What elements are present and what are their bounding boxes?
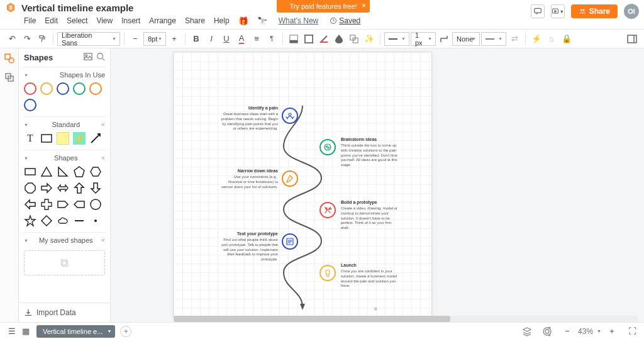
text-color-button[interactable]: A (235, 32, 248, 46)
timeline-text[interactable]: Brainstorm ideasThink outside the box to… (341, 136, 399, 168)
minus-shape[interactable] (73, 214, 86, 227)
close-icon[interactable]: × (362, 1, 366, 10)
fill-color-button[interactable] (287, 32, 301, 46)
menu-help[interactable]: Help (214, 16, 230, 25)
timeline-node[interactable] (319, 202, 336, 218)
triangle-shape[interactable] (40, 165, 53, 178)
canvas[interactable]: Identify a painGreat business ideas star… (111, 48, 644, 322)
shape-style-button[interactable] (347, 32, 361, 46)
targets-icon[interactable] (540, 325, 554, 338)
layers-rail-icon[interactable] (3, 71, 16, 84)
import-data-button[interactable]: Import Data (19, 303, 110, 322)
page[interactable]: Identify a painGreat business ideas star… (174, 52, 431, 316)
line-color-button[interactable] (317, 32, 331, 46)
document-title[interactable]: Vertical timeline example (21, 3, 133, 13)
section-shapes-in-use[interactable]: Shapes In Use (19, 67, 110, 81)
timeline-text[interactable]: Identify a painGreat business ideas star… (220, 105, 278, 131)
menu-arrange[interactable]: Arrange (149, 16, 176, 25)
menu-edit[interactable]: Edit (45, 16, 58, 25)
timeline-node[interactable] (282, 233, 298, 250)
layers-icon[interactable] (520, 325, 534, 338)
arrow-double-shape[interactable] (57, 182, 69, 194)
arrow-down-shape[interactable] (89, 182, 102, 194)
border-color-button[interactable] (302, 32, 316, 46)
font-size-select[interactable]: 8pt (143, 32, 166, 46)
undo-button[interactable]: ↶ (5, 32, 19, 46)
text-format-button[interactable]: ¶ (265, 32, 279, 46)
hexagon-shape[interactable] (89, 165, 102, 178)
action-icon[interactable]: ⚡ (530, 32, 543, 46)
section-shapes[interactable]: Shapes× (19, 150, 110, 164)
timeline-node[interactable] (282, 108, 298, 124)
list-view-icon[interactable]: ☰ (5, 325, 19, 338)
timeline-text[interactable]: Narrow down ideasUse your constraints (e… (220, 168, 278, 189)
callout-left-shape[interactable] (73, 198, 86, 211)
shapes-rail-icon[interactable] (3, 52, 16, 65)
font-size-increase[interactable]: + (167, 32, 181, 46)
swap-ends-button[interactable]: ⇄ (508, 32, 521, 46)
dynamic-shape[interactable]: ⚡ (73, 132, 86, 145)
present-icon[interactable]: ▼ (551, 4, 565, 18)
redo-button[interactable]: ↷ (20, 32, 34, 46)
callout-right-shape[interactable] (57, 198, 69, 211)
timeline-node[interactable] (319, 265, 336, 281)
star-shape[interactable] (24, 214, 36, 227)
grid-view-icon[interactable]: ▦ (19, 325, 33, 338)
close-icon[interactable]: × (101, 236, 105, 244)
circle-swatch[interactable] (40, 82, 53, 95)
circle-shape[interactable] (89, 198, 102, 211)
add-page-button[interactable]: + (120, 326, 131, 337)
diamond-shape[interactable] (40, 214, 53, 227)
timeline-node[interactable] (282, 170, 298, 187)
font-select[interactable]: Liberation Sans (57, 32, 120, 46)
menu-insert[interactable]: Insert (121, 16, 140, 25)
circle-swatch[interactable] (24, 99, 36, 111)
panel-toggle-button[interactable] (625, 32, 639, 46)
pentagon-shape[interactable] (73, 165, 86, 178)
menu-file[interactable]: File (24, 16, 36, 25)
menu-view[interactable]: View (96, 16, 113, 25)
zoom-level[interactable]: 43% (578, 327, 593, 336)
gradient-button[interactable] (332, 32, 346, 46)
stroke-width-select[interactable]: 1 px (411, 32, 436, 46)
circle-swatch[interactable] (57, 82, 69, 95)
dot-shape[interactable] (89, 214, 102, 227)
saved-shapes-drop[interactable]: ⧉ (24, 250, 105, 275)
arrow-left-shape[interactable] (24, 198, 36, 211)
image-icon[interactable] (84, 52, 92, 63)
fullscreen-button[interactable]: ⛶ (625, 325, 639, 338)
magic-button[interactable]: ✨ (362, 32, 376, 46)
line-route-button[interactable] (437, 32, 451, 46)
whats-new-link[interactable]: What's New (279, 16, 319, 25)
section-my-saved-shapes[interactable]: My saved shapes× (19, 233, 110, 247)
timeline-text[interactable]: LaunchOnce you are confident in your sol… (341, 262, 399, 289)
timeline-node[interactable] (319, 139, 336, 155)
close-icon[interactable]: × (101, 121, 105, 128)
lock-icon[interactable]: 🔒 (560, 32, 574, 46)
cloud-shape[interactable] (57, 214, 69, 227)
line-style-select[interactable] (384, 32, 409, 46)
menu-select[interactable]: Select (67, 16, 87, 25)
rect-shape[interactable] (24, 165, 36, 178)
arrow-up-shape[interactable] (73, 182, 86, 194)
zoom-in-button[interactable]: + (605, 325, 619, 338)
binoculars-icon[interactable]: 🔭 (257, 16, 267, 26)
octagon-shape[interactable] (24, 182, 36, 194)
timeline-text[interactable]: Build a prototypeCreate a video, drawing… (341, 199, 399, 231)
circle-swatch[interactable] (89, 82, 102, 95)
gift-icon[interactable]: 🎁 (238, 16, 248, 26)
zoom-out-button[interactable]: − (560, 325, 574, 338)
align-button[interactable]: ≡ (250, 32, 264, 46)
sticky-note-shape[interactable] (57, 132, 69, 145)
share-button[interactable]: Share (571, 4, 618, 18)
circle-swatch[interactable] (73, 82, 86, 95)
user-avatar[interactable]: OI (624, 4, 639, 19)
horizontal-scrollbar[interactable] (174, 316, 638, 322)
rect-shape[interactable] (40, 132, 53, 145)
arrow-shape[interactable] (89, 132, 102, 145)
text-shape[interactable]: T (24, 132, 36, 145)
bold-button[interactable]: B (189, 32, 203, 46)
menu-share[interactable]: Share (185, 16, 205, 25)
page-tab[interactable]: Vertical timeline e... (36, 325, 115, 338)
paint-format-button[interactable] (35, 32, 49, 46)
